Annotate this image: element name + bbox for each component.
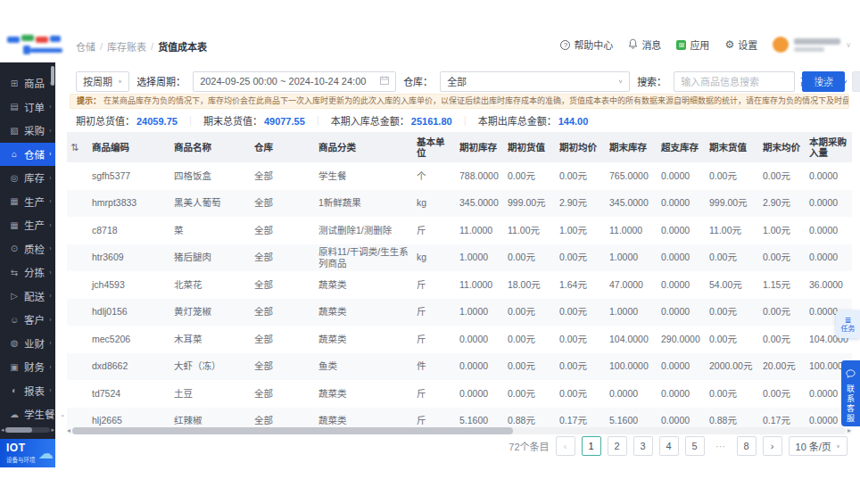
table-cell: 0.00元 [504,299,556,326]
scroll-right-icon[interactable]: ▸ [51,426,54,434]
table-cell: 18.00元 [504,271,556,299]
table-row[interactable]: mec5206木耳菜全部蔬菜类斤0.00000.00元0.00元104.0000… [67,326,852,353]
table-row[interactable]: hdlj0156黄灯笼椒全部蔬菜类斤1.00000.00元0.00元1.0000… [67,299,852,326]
date-range-input[interactable]: 2024-09-25 00:00 ~ 2024-10-24 24:00 [193,71,396,92]
search-placeholder: 输入商品信息搜索 [681,74,759,88]
table-cell: 0.00元 [504,353,556,381]
sidebar-item-student-meal[interactable]: ☁学生餐⌄ [0,402,55,426]
table-cell: 0.00元 [556,380,606,408]
column-settings-icon[interactable]: ⇅ [70,142,79,153]
tasks-float-button[interactable]: ≣ 任务 [836,310,860,338]
page-button-4[interactable]: 4 [659,436,679,456]
scroll-right-icon[interactable]: ▸ [848,426,851,434]
breadcrumb-item[interactable]: 库存账表 [107,39,146,54]
sidebar-horizontal-scrollbar[interactable]: ◂ ▸ [1,426,54,434]
table-cell: 1.00元 [759,217,806,244]
search-input[interactable]: 输入商品信息搜索 [674,71,795,92]
chevron-right-icon: › [49,151,51,158]
messages-button[interactable]: 消息 [628,37,661,52]
scroll-thumb[interactable] [72,427,513,434]
table-horizontal-scrollbar[interactable]: ◂ ▸ [67,426,851,434]
top-actions: ? 帮助中心 消息 ⊞ 应用 ⚙ 设置 ∨ [560,37,851,53]
table-cell: 北菜花 [170,271,251,299]
iot-brand-banner[interactable]: IOT 设备与环境 ☁ [0,439,55,467]
sidebar-vertical-scrollbar[interactable] [51,66,54,86]
advanced-filter-link[interactable]: 高级筛选 ∨ [800,74,848,88]
period-mode-select[interactable]: 按周期 ∨ [76,71,129,92]
table-cell: 0.0000 [806,162,852,190]
calendar-icon [380,76,389,87]
support-float-button[interactable]: 联系客服 [841,360,860,426]
sidebar-item-reports[interactable]: ◐报表› [0,379,55,403]
sidebar-item-warehouse[interactable]: ⌂仓储› [0,143,55,167]
row-handle-cell [67,244,88,272]
sidebar-item-customers[interactable]: ☺客户› [0,308,55,332]
user-menu[interactable]: ∨ [773,37,851,53]
sidebar-item-biz-finance[interactable]: ◍业财› [0,332,55,356]
table-row[interactable]: td7524土豆全部蔬菜类斤0.00000.00元0.00元0.00000.00… [67,380,852,408]
chevron-right-icon: › [49,293,51,300]
company-logo [7,34,66,57]
table-cell: 原料11/干调类/生生系列商品 [315,244,413,272]
sidebar-item-label: 学生餐 [24,407,55,421]
page-button-3[interactable]: 3 [633,436,653,456]
settings-button[interactable]: ⚙ 设置 [724,37,757,52]
table-row[interactable]: jch4593北菜花全部蔬菜类斤11.000018.00元1.64元47.000… [67,271,852,299]
summary-separator: ｜ [460,113,470,128]
table-cell: 0.0000 [456,326,504,353]
settings-label: 设置 [738,37,757,52]
table-cell: 斤 [413,217,456,244]
sidebar-item-label: 采购 [24,123,45,137]
table-row[interactable]: dxd8662大虾（冻）全部鱼类件0.00000.00元0.00元100.000… [67,353,852,381]
scroll-left-icon[interactable]: ◂ [67,426,70,434]
sidebar-item-finance[interactable]: ▣财务› [0,355,55,379]
report-icon: ◐ [9,385,20,395]
table-cell: 0.0000 [456,380,504,408]
table-row[interactable]: htr3609猪后腿肉全部原料11/干调类/生生系列商品kg1.00000.00… [67,244,852,272]
table-row[interactable]: c8718菜全部测试删除1/测删除斤11.000011.00元1.00元11.0… [67,217,852,244]
sidebar-item-qc[interactable]: ⊙质检› [0,237,55,261]
table-cell: 0.0000 [806,190,852,218]
sidebar-item-goods[interactable]: ⊞商品› [0,71,55,95]
summary-value: 144.00 [558,116,589,127]
table-cell: 290.0000 [657,326,706,353]
table-row[interactable]: hmrpt3833黑美人葡萄全部1新鲜蔬果kg345.0000999.00元2.… [67,190,852,218]
help-center-button[interactable]: ? 帮助中心 [560,37,613,52]
help-label: 帮助中心 [574,37,613,52]
summary-item: 本期入库总金额：25161.80 [331,113,452,128]
sidebar-item-sorting[interactable]: ⇆分拣› [0,260,55,285]
sidebar-item-orders[interactable]: ▤订单› [0,95,55,120]
scroll-left-icon[interactable]: ◂ [1,426,4,434]
table-cell: 0.00元 [556,244,606,272]
prev-page-button[interactable]: ‹ [556,436,575,456]
page-button-2[interactable]: 2 [608,436,627,456]
sidebar-item-label: 生产 [24,194,45,209]
row-handle-cell [67,380,88,408]
apps-button[interactable]: ⊞ 应用 [676,37,709,52]
table-cell: 全部 [251,271,315,299]
support-label: 联系客服 [845,384,856,424]
table-cell: 0.0000 [657,190,706,218]
sidebar-item-production-2[interactable]: ▦生产› [0,213,55,237]
page-button-8[interactable]: 8 [737,436,757,456]
summary-item: 期末总货值：49077.55 [203,113,305,128]
sidebar-item-production-1[interactable]: ▦生产› [0,190,55,214]
avatar [773,37,789,53]
page-size-select[interactable]: 10 条/页 ∨ [789,436,848,456]
chevron-down-icon: ∨ [843,78,848,84]
sidebar-item-purchase[interactable]: ▧采购› [0,119,55,143]
table-row[interactable]: sgfh5377四格饭盒全部学生餐个788.00000.00元0.00元765.… [67,162,852,190]
table-cell: jch4593 [88,271,170,299]
sidebar-item-inventory[interactable]: ◎库存› [0,166,55,190]
page-button-5[interactable]: 5 [685,436,705,456]
breadcrumb-item[interactable]: 仓储 [76,39,95,54]
warehouse-select[interactable]: 全部 ∨ [440,71,630,92]
table-cell: c8718 [88,217,170,244]
page-button-1[interactable]: 1 [582,436,601,456]
table-cell: 1新鲜蔬果 [315,190,413,218]
notice-text: 在某商品库存为负的情况下，库存均价会在此商品下一次入库时更新为的此次入库的入库单… [103,96,849,105]
scroll-thumb[interactable] [5,427,33,433]
sidebar-item-delivery[interactable]: ▷配送› [0,285,55,309]
export-button[interactable]: 导出 [852,71,860,92]
next-page-button[interactable]: › [763,436,782,456]
